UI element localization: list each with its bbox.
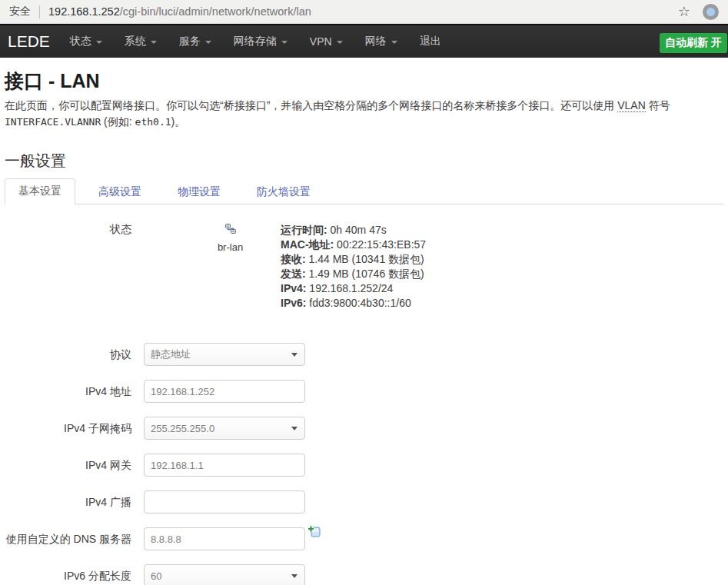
ipv4-netmask-selected-value: 255.255.255.0 [151, 423, 214, 434]
settings-tabs: 基本设置 高级设置 物理设置 防火墙设置 [5, 178, 723, 204]
nav-item-logout[interactable]: 退出 [420, 35, 441, 48]
ipv6-assign-row: IPv6 分配长度 60 ? 给每个公共 IPv6 前缀分配指定长度的固定部分 [5, 564, 723, 585]
ipv4-broadcast-row: IPv4 广播 [5, 490, 723, 514]
desc-text: 在此页面，你可以配置网络接口。你可以勾选“桥接接口”，并输入由空格分隔的多个网络… [5, 99, 617, 111]
page-description: 在此页面，你可以配置网络接口。你可以勾选“桥接接口”，并输入由空格分隔的多个网络… [5, 98, 723, 130]
ipv4-broadcast-label: IPv4 广播 [5, 490, 144, 510]
tab-advanced-settings[interactable]: 高级设置 [85, 180, 155, 204]
add-entry-icon[interactable] [307, 525, 321, 541]
status-line-mac: MAC-地址: 00:22:15:43:EB:57 [281, 238, 426, 252]
chevron-down-icon [281, 41, 288, 44]
chevron-down-icon [337, 41, 343, 44]
desc-text: )。 [171, 115, 186, 128]
tab-firewall-settings[interactable]: 防火墙设置 [244, 180, 324, 204]
url-divider [39, 5, 40, 18]
chevron-down-icon [151, 41, 157, 44]
nav-item-network[interactable]: 网络 [365, 35, 397, 48]
status-info: 运行时间: 0h 40m 47s MAC-地址: 00:22:15:43:EB:… [281, 223, 426, 311]
tab-general-settings[interactable]: 基本设置 [5, 178, 75, 204]
section-title: 一般设置 [5, 151, 723, 171]
nav-item-status-label: 状态 [70, 35, 91, 48]
dns-field [144, 527, 321, 550]
nav-item-nas[interactable]: 网络存储 [234, 35, 288, 48]
select-caret-icon [291, 427, 298, 430]
url-text[interactable]: 192.168.1.252/cgi-bin/luci/admin/network… [48, 5, 672, 18]
ipv4-broadcast-input[interactable] [144, 490, 305, 514]
protocol-label: 协议 [5, 343, 144, 362]
nav-item-system-label: 系统 [125, 35, 146, 48]
eth0-example-code: eth0.1 [135, 116, 171, 128]
status-line-tx: 发送: 1.49 MB (10746 数据包) [281, 267, 426, 281]
nav-item-services[interactable]: 服务 [179, 35, 211, 48]
url-host: 192.168.1.252 [48, 5, 120, 18]
protocol-selected-value: 静态地址 [151, 347, 191, 361]
nav-item-vpn[interactable]: VPN [310, 35, 343, 48]
ethernet-bridge-icon [224, 226, 237, 238]
interface-form: 状态 br-lan 运行时间: 0h 40m 47s MAC-地址: 00:22… [5, 223, 723, 585]
brand-logo[interactable]: LEDE [8, 32, 50, 51]
ipv4-gateway-row: IPv4 网关 [5, 454, 723, 477]
ipv6-assign-selected-value: 60 [151, 570, 161, 582]
ipv4-netmask-select[interactable]: 255.255.255.0 [144, 417, 305, 440]
chevron-down-icon [391, 41, 397, 44]
ipv4-address-label: IPv4 地址 [5, 380, 144, 399]
interface-vlannr-code: INTERFACE.VLANNR [5, 116, 101, 128]
dns-server-input[interactable] [144, 527, 305, 550]
auto-refresh-toggle[interactable]: 自动刷新 开 [660, 33, 727, 53]
status-label: 状态 [5, 223, 144, 237]
url-path: /cgi-bin/luci/admin/network/network/lan [120, 5, 311, 18]
ipv4-netmask-label: IPv4 子网掩码 [5, 417, 144, 436]
ipv6-assign-select[interactable]: 60 [144, 564, 305, 585]
status-device: br-lan [144, 223, 274, 253]
ipv6-assign-field: 60 ? 给每个公共 IPv6 前缀分配指定长度的固定部分 [144, 564, 381, 585]
protocol-row: 协议 静态地址 [5, 343, 723, 366]
browser-address-bar: 安全 192.168.1.252/cgi-bin/luci/admin/netw… [0, 0, 728, 24]
dns-row: 使用自定义的 DNS 服务器 [5, 527, 723, 550]
ipv6-assign-label: IPv6 分配长度 [5, 564, 144, 583]
dns-label: 使用自定义的 DNS 服务器 [5, 527, 144, 547]
security-chip[interactable]: 安全 [9, 5, 31, 18]
protocol-select[interactable]: 静态地址 [144, 343, 305, 366]
chevron-down-icon [96, 41, 102, 44]
nav-item-status[interactable]: 状态 [70, 35, 102, 48]
bookmark-star-icon[interactable]: ☆ [678, 3, 690, 20]
ipv4-gateway-input[interactable] [144, 454, 305, 477]
select-caret-icon [291, 353, 298, 357]
desc-text: 符号 [646, 99, 670, 111]
status-line-rx: 接收: 1.44 MB (10341 数据包) [281, 252, 426, 267]
ipv4-gateway-label: IPv4 网关 [5, 454, 144, 473]
tab-physical-settings[interactable]: 物理设置 [165, 180, 234, 204]
nav-item-nas-label: 网络存储 [234, 35, 277, 48]
nav-item-vpn-label: VPN [310, 35, 332, 48]
nav-item-services-label: 服务 [179, 35, 201, 48]
nav-item-network-label: 网络 [365, 35, 387, 48]
status-line-ipv6: IPv6: fdd3:9800:4b30::1/60 [281, 296, 426, 311]
nav-item-system[interactable]: 系统 [125, 35, 157, 48]
vlan-abbr[interactable]: VLAN [617, 99, 646, 112]
ipv4-address-input[interactable] [144, 380, 305, 403]
main-navbar: LEDE 状态 系统 服务 网络存储 VPN 网络 退出 自动刷新 开 [0, 24, 728, 58]
device-name: br-lan [186, 241, 274, 253]
chevron-down-icon [205, 41, 211, 44]
status-line-ipv4: IPv4: 192.168.1.252/24 [281, 281, 426, 296]
avatar-inner-dot [706, 8, 715, 16]
page-content: 接口 - LAN 在此页面，你可以配置网络接口。你可以勾选“桥接接口”，并输入由… [0, 68, 728, 585]
status-row: 状态 br-lan 运行时间: 0h 40m 47s MAC-地址: 00:22… [5, 223, 723, 311]
status-line-uptime: 运行时间: 0h 40m 47s [281, 223, 426, 238]
browser-profile-avatar[interactable] [703, 4, 719, 20]
desc-text: (例如: [101, 115, 135, 128]
ipv4-address-row: IPv4 地址 [5, 380, 723, 403]
ipv4-netmask-row: IPv4 子网掩码 255.255.255.0 [5, 417, 723, 440]
page-title: 接口 - LAN [5, 68, 723, 94]
select-caret-icon [291, 574, 298, 578]
